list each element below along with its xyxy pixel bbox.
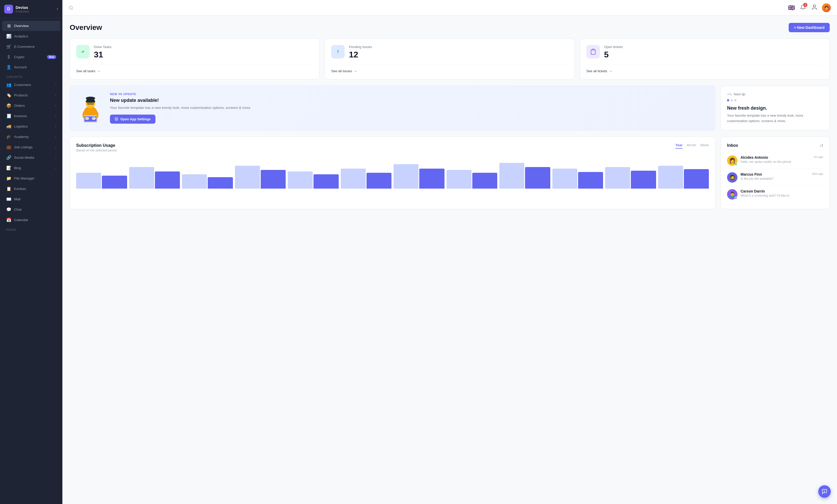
stat-card-done-tasks: Done Tasks 31 See all tasks → [70, 38, 319, 79]
logo-icon: D [4, 5, 13, 14]
page-title: Overview [70, 23, 102, 32]
sidebar-item-label: Kanban [14, 187, 26, 191]
sidebar-item-blog[interactable]: 📝 Blog › [2, 163, 60, 173]
tip-header: Next tip [727, 92, 823, 96]
bar-dark [419, 169, 444, 189]
sidebar-collapse-icon[interactable]: ▾ [57, 7, 58, 11]
tab-year[interactable]: Year [675, 143, 682, 149]
new-dashboard-button[interactable]: + New Dashboard [789, 23, 830, 32]
sidebar-item-calendar[interactable]: 📅 Calendar [2, 215, 60, 225]
bar-chart [76, 157, 709, 189]
bar-light [605, 167, 630, 189]
update-content: NEW V6 UPDATE New update available! Your… [110, 93, 251, 124]
inbox-item[interactable]: 🧔 Marcus Finn Is the job still available… [727, 169, 823, 186]
crypto-icon: ₿ [6, 55, 12, 59]
usage-header: Subscription Usage Based on the selected… [76, 143, 709, 152]
notification-badge: 2 [803, 3, 807, 7]
sidebar-item-label: Analytics [14, 34, 28, 38]
sidebar-item-ecommerce[interactable]: 🛒 E-Commerce [2, 41, 60, 52]
sidebar-item-social-media[interactable]: 🔗 Social Media › [2, 152, 60, 163]
see-all-tickets-link[interactable]: See all tickets → [586, 65, 823, 73]
sidebar-item-label: Calendar [14, 218, 28, 222]
sidebar-item-file-manager[interactable]: 📁 File Manager [2, 173, 60, 183]
sidebar-item-mail[interactable]: ✉️ Mail [2, 194, 60, 204]
ecommerce-icon: 🛒 [6, 44, 12, 49]
sidebar-item-label: Social Media [14, 156, 34, 160]
inbox-item[interactable]: 👩 Alcides Antonio Hello, we spoke earlie… [727, 152, 823, 169]
language-selector[interactable]: 🇬🇧 [788, 4, 795, 11]
sidebar-item-chat[interactable]: 💬 Chat [2, 204, 60, 214]
job-listings-icon: 💼 [6, 145, 12, 150]
sidebar-item-kanban[interactable]: 📋 Kanban [2, 184, 60, 194]
tab-month[interactable]: Month [687, 143, 696, 149]
open-app-settings-button[interactable]: Open App Settings [110, 115, 156, 124]
usage-tabs: Year Month Week [675, 143, 709, 149]
stat-info: Done Tasks 31 [94, 45, 111, 59]
app-env: Production [16, 10, 29, 13]
notifications-button[interactable]: 2 [799, 3, 807, 12]
search-trigger[interactable] [69, 5, 784, 10]
sidebar-item-academy[interactable]: 🎓 Academy › [2, 132, 60, 142]
online-indicator [735, 197, 737, 199]
inbox-message-preview: Is the job still available? [741, 177, 809, 181]
sidebar-item-crypto[interactable]: ₿ Crypto New [2, 52, 60, 62]
inbox-item[interactable]: 👨‍🦱 Carson Darrin What is a screening ta… [727, 186, 823, 203]
sidebar-item-account[interactable]: 👤 Account [2, 62, 60, 72]
user-profile-icon[interactable] [811, 4, 818, 12]
inbox-text: Carson Darrin What is a screening task? … [741, 189, 823, 198]
page-header: Overview + New Dashboard [70, 23, 830, 32]
bar-light [341, 169, 366, 189]
tip-dots [727, 99, 823, 101]
chevron-right-icon: › [55, 115, 56, 118]
stat-value: 5 [604, 50, 623, 59]
tip-dot-1[interactable] [727, 99, 729, 101]
stat-card-open-tickets: Open tickets 5 See all tickets → [580, 38, 830, 79]
tip-dot-2[interactable] [731, 99, 733, 101]
nav-section-pages: PAGES [0, 225, 63, 232]
bar-group [447, 170, 498, 189]
bar-group [129, 167, 180, 189]
bar-dark [631, 171, 656, 188]
sidebar-item-customers[interactable]: 👥 Customers › [2, 80, 60, 90]
see-all-issues-link[interactable]: See all issues → [331, 65, 568, 73]
tab-week[interactable]: Week [700, 143, 709, 149]
refresh-button[interactable]: ↺ [820, 143, 823, 148]
sidebar-item-analytics[interactable]: 📊 Analytics [2, 31, 60, 41]
update-row: NEW V6 UPDATE New update available! Your… [70, 86, 830, 130]
academy-icon: 🎓 [6, 134, 12, 139]
see-all-tasks-link[interactable]: See all tasks → [76, 65, 313, 73]
bar-light [76, 173, 101, 189]
sidebar-item-job-listings[interactable]: 💼 Job Listings › [2, 142, 60, 152]
sidebar-item-orders[interactable]: 📦 Orders › [2, 100, 60, 111]
tip-title: New fresh design. [727, 106, 823, 111]
logistics-icon: 🚚 [6, 124, 12, 129]
sidebar-item-products[interactable]: 🏷️ Products › [2, 90, 60, 100]
done-tasks-icon [76, 45, 90, 58]
sidebar-item-label: Orders [14, 104, 25, 108]
bar-light [499, 163, 524, 189]
sidebar-item-label: Invoices [14, 114, 27, 118]
sidebar-item-invoices[interactable]: 🧾 Invoices › [2, 111, 60, 121]
crypto-badge: New [47, 55, 56, 59]
sidebar-item-label: Blog [14, 166, 21, 170]
inbox-text: Alcides Antonio Hello, we spoke earlier … [741, 155, 811, 164]
bar-group [182, 174, 233, 189]
main-area: 🇬🇧 2 🧑 Overview + New Dashboard [63, 0, 837, 504]
inbox-text: Marcus Finn Is the job still available? [741, 172, 809, 181]
bar-light [235, 166, 260, 189]
topbar-right: 🇬🇧 2 🧑 [788, 3, 831, 12]
squiggle-icon [727, 93, 732, 96]
sidebar-item-label: Mail [14, 197, 20, 201]
sidebar-nav: ⊞ Overview 📊 Analytics 🛒 E-Commerce ₿ Cr… [0, 18, 63, 504]
bar-group [341, 169, 392, 189]
sidebar-item-label: Products [14, 93, 28, 97]
sidebar-item-logistics[interactable]: 🚚 Logistics › [2, 121, 60, 131]
chat-fab-button[interactable] [818, 485, 831, 498]
bar-group [288, 171, 339, 189]
tip-dot-3[interactable] [734, 99, 736, 101]
user-avatar[interactable]: 🧑 [822, 3, 831, 12]
stat-value: 31 [94, 50, 111, 59]
orders-icon: 📦 [6, 103, 12, 108]
sidebar-item-overview[interactable]: ⊞ Overview [2, 21, 60, 31]
bar-group [235, 166, 286, 189]
